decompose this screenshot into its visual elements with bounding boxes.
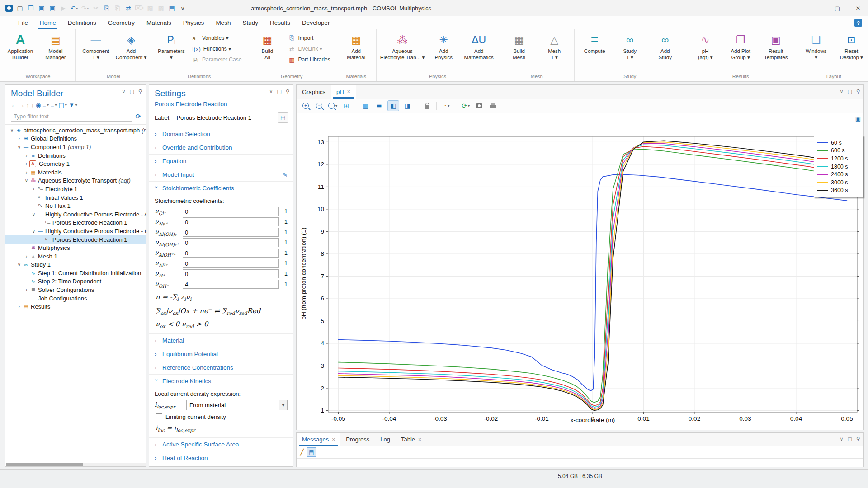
move-down-icon[interactable]: ↓ bbox=[31, 102, 34, 108]
clear-messages-icon[interactable]: ╱ bbox=[300, 449, 304, 455]
add-component-button[interactable]: ◈AddComponent ▾ bbox=[113, 30, 149, 72]
component-1-button[interactable]: —Component1 ▾ bbox=[78, 30, 113, 72]
tree-expander-icon[interactable]: › bbox=[24, 161, 29, 166]
scrollbar-thumb[interactable] bbox=[6, 463, 83, 466]
minimize-button[interactable]: — bbox=[806, 0, 827, 16]
tree-expander-icon[interactable]: › bbox=[16, 136, 22, 141]
tree-expander-icon[interactable]: ∨ bbox=[24, 178, 29, 183]
section-reference-concentrations[interactable]: ›Reference Concentrations bbox=[149, 361, 293, 374]
help-icon[interactable]: ? bbox=[854, 19, 862, 27]
duplicate-icon[interactable]: ⇄ bbox=[123, 3, 133, 13]
tree-expander-icon[interactable]: › bbox=[24, 287, 29, 292]
tree-item-atmospheric-corrosion-mass-transport-mph[interactable]: ∨◈atmospheric_corrosion_mass_transport.m… bbox=[5, 126, 146, 135]
zoom-out-icon[interactable]: − bbox=[314, 101, 325, 111]
current-density-select[interactable]: From material ▼ bbox=[186, 400, 288, 410]
tree-expander-icon[interactable]: ∨ bbox=[31, 212, 37, 217]
collapse-panel-icon[interactable]: ∨ bbox=[840, 89, 843, 94]
tree-item-definitions[interactable]: ›≡Definitions bbox=[5, 151, 146, 160]
tree-item-highly-conductive-porous-electrode-a[interactable]: ∨—Highly Conductive Porous Electrode - A bbox=[5, 210, 146, 219]
float-panel-icon[interactable]: ▢ bbox=[277, 89, 282, 94]
tree-item-job-configurations[interactable]: ≣Job Configurations bbox=[5, 294, 146, 303]
tree-item-no-flux-1[interactable]: ᴰ▪No Flux 1 bbox=[5, 202, 146, 210]
close-tab-icon[interactable]: × bbox=[418, 436, 421, 443]
tree-item-highly-conductive-porous-electrode-c[interactable]: ∨—Highly Conductive Porous Electrode - C bbox=[5, 227, 146, 235]
parameters-button[interactable]: PᵢParameters▾ bbox=[154, 30, 189, 72]
collapse-panel-icon[interactable]: ∨ bbox=[269, 89, 273, 94]
parameter-case-button[interactable]: PᵢParameter Case bbox=[189, 54, 245, 65]
pin-icon[interactable]: ⚲ bbox=[856, 436, 860, 442]
result-templates-button[interactable]: ▣ResultTemplates bbox=[758, 30, 793, 72]
section-electrode-kinetics[interactable]: › Electrode Kinetics bbox=[149, 374, 293, 388]
add-material-button[interactable]: ▦AddMaterial bbox=[339, 30, 374, 72]
undo-icon[interactable]: ↶▾ bbox=[69, 3, 79, 13]
comsol-logo[interactable] bbox=[4, 3, 14, 13]
save-as-icon[interactable]: ▣ bbox=[47, 3, 57, 13]
copy-icon[interactable]: ⎘ bbox=[102, 3, 112, 13]
tree-item-electrolyte-1[interactable]: ›ᴰ–Electrolyte 1 bbox=[5, 185, 146, 193]
refresh-icon[interactable]: ⟳ bbox=[135, 113, 141, 121]
lock-axes-icon[interactable] bbox=[421, 101, 432, 111]
tree-expander-icon[interactable]: ∨ bbox=[31, 229, 37, 234]
close-tab-icon[interactable]: × bbox=[332, 436, 335, 443]
print-icon[interactable] bbox=[487, 101, 498, 111]
tree-filter-input[interactable] bbox=[11, 112, 132, 122]
tree-item-porous-electrode-reaction-1[interactable]: ᴰ–Porous Electrode Reaction 1 bbox=[5, 219, 146, 227]
limiting-current-density-checkbox[interactable] bbox=[156, 413, 162, 420]
zoom-in-icon[interactable]: + bbox=[300, 101, 311, 111]
aqueous-electrolyte-transport-button[interactable]: ⁂AqueousElectrolyte Tran... ▾ bbox=[379, 30, 426, 72]
tree-item-initial-values-1[interactable]: ᴰ–Initial Values 1 bbox=[5, 193, 146, 202]
section-model-input[interactable]: ›Model Input✎ bbox=[149, 168, 293, 181]
menu-definitions[interactable]: Definitions bbox=[62, 16, 102, 29]
tree-item-geometry-1[interactable]: ›AGeometry 1 bbox=[5, 160, 146, 168]
menu-mesh[interactable]: Mesh bbox=[210, 16, 236, 29]
messages-tab-progress[interactable]: Progress bbox=[340, 433, 375, 446]
tree-item-solver-configurations[interactable]: ›≣Solver Configurations bbox=[5, 286, 146, 294]
float-panel-icon[interactable]: ▢ bbox=[848, 89, 852, 94]
node-columns-icon[interactable]: ▤▾ bbox=[59, 102, 67, 108]
section-equation[interactable]: ›Equation bbox=[149, 154, 293, 168]
stoich-value-input[interactable] bbox=[183, 280, 279, 289]
section-heat-of-reaction[interactable]: ›Heat of Reaction bbox=[149, 451, 293, 465]
tree-expander-icon[interactable]: › bbox=[24, 153, 29, 158]
section-stoichiometric-coefficients[interactable]: › Stoichiometric Coefficients bbox=[149, 181, 293, 195]
tree-item-materials[interactable]: ›▦Materials bbox=[5, 168, 146, 177]
tree-item-step-1-current-distribution-initialization[interactable]: ∿Step 1: Current Distribution Initializa… bbox=[5, 269, 146, 277]
application-builder-button[interactable]: AApplicationBuilder bbox=[3, 30, 38, 72]
tree-item-aqueous-electrolyte-transport[interactable]: ∨⁂Aqueous Electrolyte Transport(aqt) bbox=[5, 177, 146, 185]
edit-model-input-icon[interactable]: ✎ bbox=[283, 171, 288, 178]
go-back-icon[interactable]: ← bbox=[11, 102, 17, 108]
section-override-and-contribution[interactable]: ›Override and Contribution bbox=[149, 141, 293, 154]
horizontal-scrollbar[interactable] bbox=[6, 463, 146, 466]
close-tab-icon[interactable]: × bbox=[347, 89, 350, 95]
refresh-plot-icon[interactable]: ⟳▾ bbox=[460, 101, 471, 111]
tree-expander-icon[interactable]: › bbox=[16, 304, 22, 309]
livelink-button[interactable]: ⇄LiveLink ▾ bbox=[285, 43, 333, 54]
close-button[interactable]: ✕ bbox=[848, 0, 868, 16]
pin-icon[interactable]: ⚲ bbox=[138, 89, 142, 94]
tree-expander-icon[interactable]: ∨ bbox=[16, 145, 22, 150]
section-equilibrium-potential[interactable]: ›Equilibrium Potential bbox=[149, 347, 293, 361]
tree-item-multiphysics[interactable]: ✱Multiphysics bbox=[5, 244, 146, 252]
report-preview-icon[interactable]: ▤ bbox=[167, 3, 177, 13]
collapse-panel-icon[interactable]: ∨ bbox=[122, 89, 125, 94]
table-view-icon[interactable]: ≣ bbox=[374, 101, 385, 111]
add-physics-button[interactable]: ✳AddPhysics bbox=[426, 30, 461, 72]
menu-materials[interactable]: Materials bbox=[141, 16, 177, 29]
menu-file[interactable]: File bbox=[12, 16, 34, 29]
graphics-tab-ph[interactable]: pH× bbox=[331, 85, 356, 99]
build-mesh-button[interactable]: ▦BuildMesh bbox=[501, 30, 537, 72]
label-input[interactable] bbox=[174, 113, 274, 122]
filter-icon[interactable]: ▼▾ bbox=[69, 102, 77, 108]
graphics-tab-graphics[interactable]: Graphics bbox=[297, 85, 331, 99]
split-view-left-icon[interactable]: ◧ bbox=[387, 100, 399, 111]
stoich-value-input[interactable] bbox=[183, 238, 279, 247]
add-plot-group-button[interactable]: ❐Add PlotGroup ▾ bbox=[723, 30, 758, 72]
plot-data-icon[interactable]: ▥ bbox=[360, 101, 371, 111]
messages-tab-messages[interactable]: Messages× bbox=[297, 433, 340, 446]
messages-tab-table[interactable]: Table× bbox=[396, 433, 427, 446]
tree-item-study-1[interactable]: ∨∞Study 1 bbox=[5, 261, 146, 269]
tree-expander-icon[interactable]: › bbox=[31, 187, 37, 192]
windows-button[interactable]: ❏Windows▾ bbox=[798, 30, 834, 72]
stoich-value-input[interactable] bbox=[183, 269, 279, 278]
maximize-button[interactable]: ▢ bbox=[827, 0, 848, 16]
